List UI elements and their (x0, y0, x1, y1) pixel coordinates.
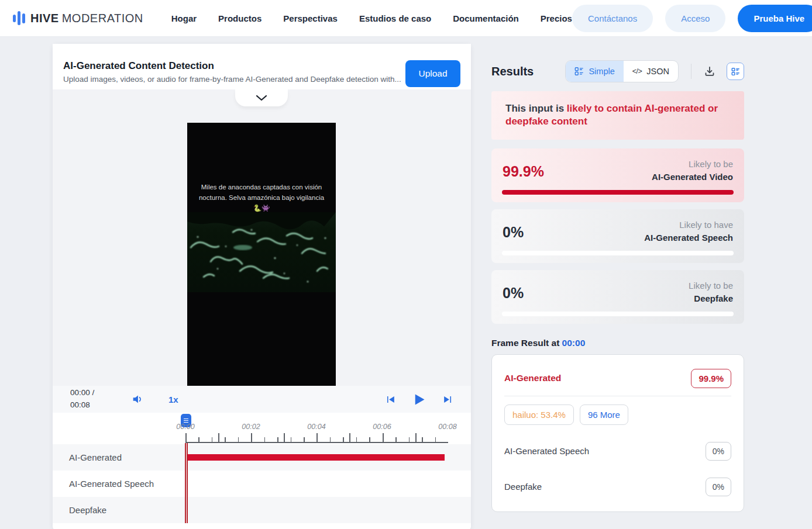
frame-divider (504, 396, 731, 396)
view-toggle: Simple </> JSON (565, 60, 679, 82)
frame-row-value-badge: 0% (706, 478, 731, 496)
night-vision-scene (187, 212, 336, 292)
score-value: 0% (503, 285, 524, 302)
score-value: 99.9% (503, 163, 544, 180)
report-view-button[interactable] (727, 63, 744, 80)
score-qualifier: Likely to have (644, 219, 733, 232)
nav-link-productos[interactable]: Productos (218, 13, 262, 23)
score-progress-track (502, 251, 734, 255)
model-chip-row: hailuo: 53.4% 96 More (504, 404, 731, 425)
layout-list-icon (574, 67, 584, 76)
brand-name: HIVEMODERATION (30, 12, 143, 25)
play-button[interactable] (411, 392, 427, 407)
score-caption: Likely to have AI-Generated Speech (644, 219, 733, 245)
score-progress-fill (502, 190, 734, 195)
track-row-ai-generated[interactable]: AI-Generated (53, 444, 471, 471)
timeline-ruler[interactable]: 00:00 00:02 00:04 00:06 00:08 (53, 413, 471, 444)
report-list-icon (731, 67, 740, 76)
results-title: Results (491, 65, 534, 78)
score-qualifier: Likely to be (652, 158, 733, 171)
volume-button[interactable] (131, 393, 144, 406)
results-header: Results Simple </> JSON (491, 58, 744, 84)
timeline-playhead[interactable] (185, 443, 188, 523)
contact-button[interactable]: Contáctanos (572, 5, 653, 32)
tab-json-label: JSON (646, 67, 669, 76)
top-navigation: HIVEMODERATION Hogar Productos Perspecti… (0, 0, 812, 37)
code-icon: </> (632, 67, 642, 75)
speaker-icon (131, 393, 144, 406)
more-models-chip[interactable]: 96 More (580, 404, 628, 425)
frame-row-value-badge: 0% (706, 442, 731, 461)
tab-json[interactable]: </> JSON (624, 61, 678, 82)
media-zone: Miles de anacondas captadas con visión n… (53, 89, 471, 386)
track-label: AI-Generated Speech (69, 479, 154, 489)
model-chip-hailuo[interactable]: hailuo: 53.4% (504, 404, 574, 425)
score-caption: Likely to be Deepfake (689, 279, 733, 306)
verdict-prefix: This input is (505, 103, 567, 114)
track-row-deepfake[interactable]: Deepfake (53, 497, 471, 523)
frame-result-timestamp[interactable]: 00:00 (562, 338, 586, 348)
chevron-down-icon (256, 95, 267, 102)
ruler-label: 00:08 (438, 423, 456, 431)
download-results-button[interactable] (703, 64, 717, 78)
page-title: AI-Generated Content Detection (63, 60, 214, 72)
ruler-label: 00:02 (242, 423, 260, 431)
page-subtitle: Upload images, videos, or audio for fram… (63, 75, 402, 84)
brand-name-bold: HIVE (30, 12, 59, 25)
ruler-label: 00:04 (307, 423, 325, 431)
score-label: AI-Generated Speech (644, 233, 733, 243)
upload-button[interactable]: Upload (405, 60, 460, 87)
frame-row-label: AI-Generated Speech (504, 446, 589, 456)
header-divider (691, 64, 691, 79)
score-caption: Likely to be AI-Generated Video (652, 158, 733, 184)
nav-links: Hogar Productos Perspectivas Estudios de… (171, 13, 572, 23)
tab-simple[interactable]: Simple (566, 61, 623, 82)
play-icon (411, 392, 427, 407)
score-value: 0% (503, 224, 524, 241)
brand-logo[interactable]: HIVEMODERATION (13, 11, 143, 26)
try-hive-button[interactable]: Prueba Hive (738, 5, 812, 32)
score-card-deepfake: 0% Likely to be Deepfake (491, 270, 744, 324)
collapse-toggle[interactable] (235, 89, 288, 106)
frame-result-heading-text: Frame Result at (491, 338, 559, 348)
score-card-ai-generated-speech: 0% Likely to have AI-Generated Speech (491, 209, 744, 263)
time-total: 00:08 (70, 399, 110, 412)
score-progress-track (502, 190, 734, 195)
nav-link-precios[interactable]: Precios (541, 13, 572, 23)
skip-forward-icon (442, 394, 453, 405)
nav-actions: Contáctanos Acceso Prueba Hive (572, 5, 812, 32)
ruler-ticks (185, 434, 448, 443)
score-label: Deepfake (694, 293, 733, 303)
skip-forward-button[interactable] (442, 394, 453, 405)
ruler-label: 00:06 (373, 423, 391, 431)
score-label: AI-Generated Video (652, 172, 733, 182)
skip-back-icon (385, 394, 396, 405)
score-card-ai-generated-video: 99.9% Likely to be AI-Generated Video (491, 148, 744, 202)
nav-link-estudios[interactable]: Estudios de caso (359, 13, 431, 23)
playback-speed-button[interactable]: 1x (168, 395, 178, 404)
ruler-label: 00:00 (176, 423, 194, 431)
frame-primary-row: AI-Generated 99.9% (504, 369, 731, 388)
player-controls: 00:00 / 00:08 1x (53, 386, 471, 413)
nav-link-hogar[interactable]: Hogar (171, 13, 197, 23)
detection-panel-header: AI-Generated Content Detection Upload im… (53, 44, 471, 89)
frame-primary-value-badge: 99.9% (691, 369, 731, 388)
video-caption: Miles de anacondas captadas con visión n… (187, 182, 336, 213)
video-player[interactable]: Miles de anacondas captadas con visión n… (187, 123, 336, 386)
tab-simple-label: Simple (589, 67, 614, 76)
results-panel: Results Simple </> JSON This input is li… (491, 58, 744, 512)
ai-generated-detection-bar (186, 454, 445, 461)
time-current: 00:00 / (70, 387, 110, 399)
nav-link-documentacion[interactable]: Documentación (453, 13, 519, 23)
track-label: AI-Generated (69, 452, 122, 462)
hive-logo-icon (13, 11, 25, 26)
nav-link-perspectivas[interactable]: Perspectivas (283, 13, 338, 23)
time-display: 00:00 / 00:08 (70, 387, 110, 412)
access-button[interactable]: Acceso (665, 5, 725, 32)
frame-row-deepfake: Deepfake 0% (504, 478, 731, 496)
frame-row-ai-generated-speech: AI-Generated Speech 0% (504, 442, 731, 461)
download-icon (704, 65, 715, 77)
skip-back-button[interactable] (385, 394, 396, 405)
track-row-ai-generated-speech[interactable]: AI-Generated Speech (53, 471, 471, 497)
timeline-tracks: AI-Generated AI-Generated Speech Deepfak… (53, 444, 471, 523)
